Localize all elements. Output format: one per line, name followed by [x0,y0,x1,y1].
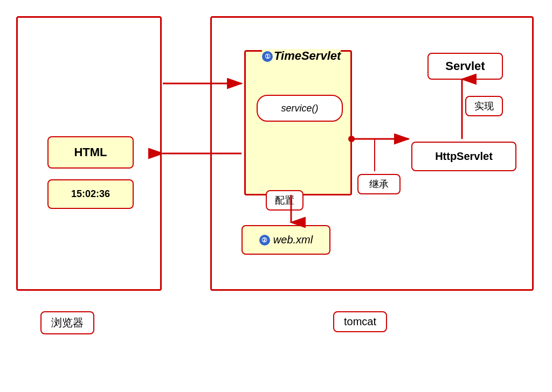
circle-num-1: ① [262,51,273,62]
circle-num-2: ② [259,235,270,246]
service-method-box: service() [257,95,343,122]
timeservlet-box: ①TimeServlet service() [244,50,352,195]
tomcat-box: ①TimeServlet service() ② web.xml 配置 Serv… [210,16,534,291]
servlet-label: Servlet [445,59,485,73]
webxml-label: web.xml [273,234,313,246]
timeservlet-label: ①TimeServlet [262,49,341,63]
peizhi-label-box: 配置 [266,190,303,211]
jicheng-label-box: 继承 [357,174,401,194]
httpservlet-box: HttpServlet [411,142,516,171]
shixian-label-box: 实现 [465,96,503,116]
shixian-label: 实现 [474,100,494,113]
httpservlet-label: HttpServlet [435,150,493,163]
tomcat-bottom-label: tomcat [333,311,387,332]
time-box: 15:02:36 [47,179,134,209]
browser-bottom-label: 浏览器 [40,311,94,334]
html-label: HTML [74,145,107,159]
browser-label: 浏览器 [51,317,84,328]
jicheng-label: 继承 [369,178,389,191]
service-method-label: service() [281,103,318,114]
diagram-container: HTML 15:02:36 ①TimeServlet service() ② w… [0,0,552,392]
time-value: 15:02:36 [71,188,110,200]
webxml-box: ② web.xml [242,225,330,255]
peizhi-label: 配置 [275,194,294,207]
html-box: HTML [47,136,134,169]
servlet-box: Servlet [427,53,503,80]
browser-box: HTML 15:02:36 [16,16,162,291]
tomcat-label: tomcat [344,316,376,327]
